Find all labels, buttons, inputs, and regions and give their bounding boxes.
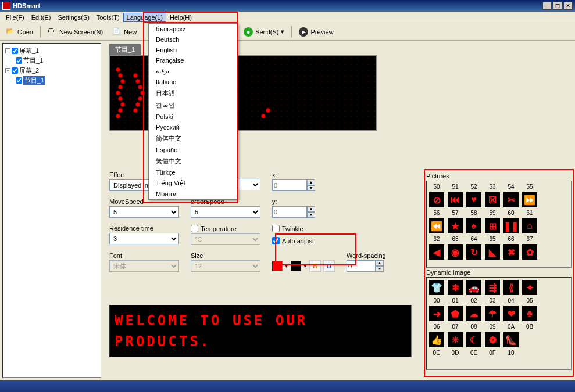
thumbnail[interactable]: ⟪ <box>503 280 519 295</box>
residence-select[interactable]: 3 <box>109 233 179 244</box>
twinkle-checkbox[interactable] <box>272 225 280 232</box>
autoadjust-checkbox[interactable] <box>272 237 280 244</box>
thumbnail[interactable]: ☂ <box>485 306 500 321</box>
lang-item[interactable]: Türkçe <box>149 167 238 178</box>
text-banner[interactable]: WELCOME TO USE OUR PRODUCTS. <box>109 305 412 357</box>
thumbnail[interactable]: ⊞ <box>485 218 500 233</box>
tree-panel: - 屏幕_1 节目_1 - 屏幕_2 节目_1 <box>2 43 101 378</box>
spin-down-icon[interactable]: ▼ <box>307 212 315 218</box>
thumbnail[interactable]: ❚❚ <box>503 218 519 233</box>
thumbnail[interactable]: 🚗 <box>466 280 481 295</box>
menu-language[interactable]: Language(L) <box>123 13 166 22</box>
new-label: New <box>124 28 137 35</box>
tree-program-1[interactable]: 节目_1 <box>16 56 98 66</box>
preview-tab[interactable]: 节目_1 <box>109 44 141 55</box>
thumbnail[interactable]: 👍 <box>429 332 444 347</box>
lang-item[interactable]: 繁體中文 <box>149 155 238 167</box>
thumbnail[interactable]: ❄ <box>448 280 463 295</box>
tree-screen-2[interactable]: - 屏幕_2 <box>5 66 98 75</box>
lang-item[interactable]: 日本語 <box>149 87 238 99</box>
menu-help[interactable]: Help(H) <box>166 13 195 22</box>
thumbnail[interactable]: ✂ <box>503 192 519 207</box>
lang-item[interactable]: Tiếng Việt <box>149 178 238 189</box>
thumbnail-number: 05 <box>522 297 537 304</box>
lang-item[interactable]: Монгол <box>149 189 238 199</box>
thumbnail[interactable]: ♠ <box>466 218 481 233</box>
preview-button[interactable]: ▶ Preview <box>297 26 335 38</box>
thumbnail[interactable]: ☁ <box>466 306 481 321</box>
thumbnail[interactable]: ⇶ <box>485 280 500 295</box>
menu-edit[interactable]: Edit(E) <box>28 13 55 22</box>
thumbnail[interactable]: ♥ <box>466 192 481 207</box>
thumbnail[interactable]: ◀ <box>429 244 444 260</box>
wordspacing-input[interactable] <box>347 260 376 272</box>
thumbnail[interactable]: ◣ <box>485 244 500 260</box>
lang-item[interactable]: Française <box>149 55 238 66</box>
thumbnail[interactable]: 👕 <box>429 280 444 295</box>
thumbnail[interactable]: ✿ <box>522 244 537 260</box>
maximize-button[interactable]: □ <box>553 2 562 10</box>
thumbnail[interactable]: ⬟ <box>448 306 463 321</box>
thumbnail[interactable]: ⏮ <box>448 192 463 207</box>
minimize-button[interactable]: _ <box>542 2 552 10</box>
spin-up-icon[interactable]: ▲ <box>307 179 315 185</box>
dropdown-arrow-icon[interactable]: ▾ <box>303 262 307 269</box>
lang-item[interactable]: English <box>149 45 238 55</box>
lang-item[interactable]: 简体中文 <box>149 132 238 145</box>
tree-checkbox[interactable] <box>16 57 22 64</box>
thumbnail[interactable]: ✦ <box>522 280 537 295</box>
menu-file[interactable]: File(F) <box>2 13 28 22</box>
dropdown-arrow-icon[interactable]: ▾ <box>285 262 288 269</box>
send-button[interactable]: ● Send(S) ▾ <box>241 26 287 38</box>
close-button[interactable]: × <box>563 2 573 10</box>
menu-tools[interactable]: Tools(T) <box>93 13 123 22</box>
spin-down-icon[interactable]: ▼ <box>376 266 384 272</box>
tree-checkbox[interactable] <box>16 77 22 84</box>
thumbnail[interactable]: ➜ <box>429 306 444 321</box>
new-screen-button[interactable]: 🖵 New Screen(N) <box>45 26 105 38</box>
tree-checkbox[interactable] <box>12 48 18 54</box>
new-program-button[interactable]: 📄 New <box>110 26 139 38</box>
tree-checkbox[interactable] <box>12 67 18 74</box>
thumbnail[interactable]: ⌂ <box>522 218 537 233</box>
thumbnail[interactable]: ♣ <box>522 306 537 321</box>
orderspeed-select[interactable]: 5 <box>191 206 260 218</box>
thumbnail[interactable]: ☀ <box>448 332 463 347</box>
separator <box>40 26 41 38</box>
movespeed-select[interactable]: 5 <box>109 206 179 218</box>
lang-item[interactable]: Polski <box>149 112 238 122</box>
lang-item[interactable]: Deutsch <box>149 34 238 45</box>
tree-program-2[interactable]: 节目_1 <box>16 75 98 85</box>
lang-item[interactable]: Русский <box>149 122 238 132</box>
collapse-icon[interactable]: - <box>5 48 10 53</box>
lang-item[interactable]: برقية <box>149 66 238 77</box>
lang-item[interactable]: Italiano <box>149 77 238 87</box>
color-swatch-red[interactable] <box>272 261 283 271</box>
thumbnail[interactable]: ⊘ <box>429 192 444 207</box>
lang-item[interactable]: 한국인 <box>149 99 238 112</box>
thumbnail[interactable]: ⏩ <box>522 192 537 207</box>
thumbnail[interactable]: 👠 <box>503 332 519 347</box>
thumbnail[interactable]: ☾ <box>466 332 481 347</box>
underline-button[interactable]: U <box>323 260 335 272</box>
temperature-checkbox[interactable] <box>191 225 198 232</box>
spin-up-icon[interactable]: ▲ <box>307 206 315 212</box>
thumbnail[interactable]: ❁ <box>485 332 500 347</box>
thumbnail[interactable]: ↻ <box>466 244 481 260</box>
tree-screen-1[interactable]: - 屏幕_1 <box>5 46 98 56</box>
thumbnail[interactable]: ❤ <box>503 306 519 321</box>
open-button[interactable]: 📂 Open <box>3 26 35 38</box>
spin-up-icon[interactable]: ▲ <box>376 260 384 266</box>
thumbnail[interactable]: ☒ <box>485 192 500 207</box>
color-swatch-black[interactable] <box>291 261 301 271</box>
thumbnail[interactable]: ✖ <box>503 244 519 260</box>
thumbnail[interactable]: ◉ <box>448 244 463 260</box>
lang-item[interactable]: Español <box>149 145 238 155</box>
lang-item[interactable]: български <box>149 24 238 34</box>
spin-down-icon[interactable]: ▼ <box>307 185 315 191</box>
thumbnail[interactable]: ⏪ <box>429 218 444 233</box>
collapse-icon[interactable]: - <box>5 68 10 73</box>
thumbnail[interactable]: ★ <box>448 218 463 233</box>
bold-button[interactable]: B <box>309 260 321 272</box>
menu-settings[interactable]: Settings(S) <box>54 13 92 22</box>
